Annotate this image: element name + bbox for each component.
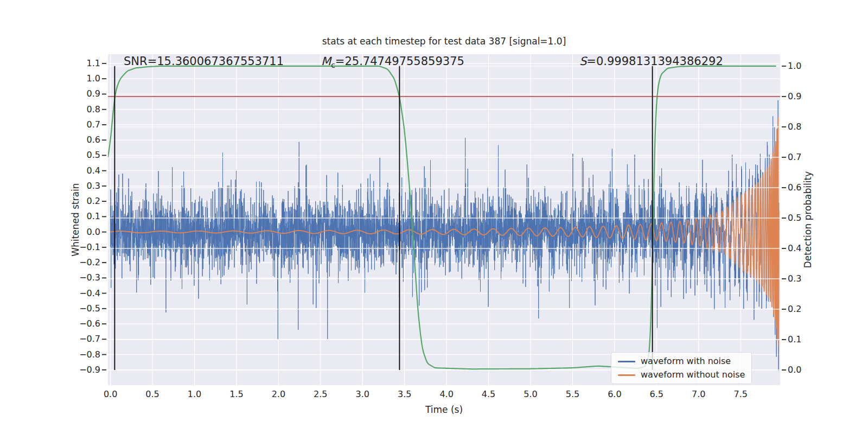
figure-title: stats at each timestep for test data 387…: [108, 36, 780, 47]
y-axis-label-right: Detection probability: [802, 171, 813, 269]
legend-line-sample-orange: [618, 374, 635, 376]
annotation-s-value: =0.9998131394386292: [586, 55, 723, 68]
x-tick: 4.5: [476, 389, 502, 400]
y-tick-right: 0.3: [788, 273, 801, 284]
y-tick-left: −0.7: [68, 334, 100, 344]
annotation-s-symbol: S: [579, 55, 586, 68]
legend-line-sample-blue: [618, 361, 635, 362]
y-tick-left: −0.2: [68, 257, 100, 268]
y-tick-right: 0.9: [788, 91, 801, 102]
y-tick-right: 0.6: [788, 182, 801, 193]
annotation-mc-subscript: c: [331, 61, 335, 69]
annotation-snr-value: =15.360067367553711: [148, 55, 284, 68]
y-tick-right: 0.7: [788, 152, 801, 163]
x-tick: 5.5: [559, 389, 585, 400]
y-tick-left: 0.1: [68, 211, 100, 222]
legend: waveform with noise waveform without noi…: [611, 352, 752, 384]
y-tick-left: 0.0: [68, 227, 100, 238]
y-tick-left: −0.5: [68, 303, 100, 314]
y-tick-left: 0.7: [68, 119, 100, 130]
y-tick-left: −0.9: [68, 365, 100, 375]
y-tick-right: 0.4: [788, 243, 801, 254]
y-tick-right: 0.1: [788, 334, 801, 345]
y-tick-left: 0.6: [68, 135, 100, 145]
y-tick-left: −0.3: [68, 272, 100, 283]
annotation-mc-value: =25.74749755859375: [335, 55, 464, 68]
y-tick-right: 0.2: [788, 304, 801, 315]
annotation-snr: SNR=15.360067367553711: [124, 55, 284, 68]
y-tick-right: 0.8: [788, 122, 801, 132]
y-tick-left: 0.4: [68, 165, 100, 176]
y-tick-left: 0.3: [68, 181, 100, 192]
y-tick-left: −0.1: [68, 242, 100, 253]
annotation-mc-symbol: M: [321, 55, 331, 68]
y-tick-right: 1.0: [788, 61, 801, 72]
y-tick-left: −0.8: [68, 349, 100, 360]
legend-item-waveform-without-noise: waveform without noise: [618, 369, 745, 380]
y-tick-left: −0.4: [68, 288, 100, 299]
y-tick-left: 0.8: [68, 104, 100, 115]
legend-label: waveform without noise: [641, 369, 745, 380]
x-tick: 0.0: [98, 389, 124, 400]
y-tick-left: 1.0: [68, 73, 100, 84]
y-tick-left: 0.9: [68, 88, 100, 99]
x-tick: 7.0: [686, 389, 712, 400]
x-tick: 1.0: [182, 389, 208, 400]
legend-label: waveform with noise: [641, 356, 731, 367]
x-tick: 3.0: [349, 389, 375, 400]
annotation-significance: S=0.9998131394386292: [579, 55, 723, 68]
legend-item-waveform-with-noise: waveform with noise: [618, 356, 745, 367]
x-tick: 1.5: [224, 389, 250, 400]
y-tick-right: 0.5: [788, 213, 801, 224]
figure-canvas: { "figure": { "title": "stats at each ti…: [0, 0, 868, 434]
y-tick-left: 0.2: [68, 196, 100, 207]
series-waveform-with-noise: [111, 100, 779, 371]
annotation-chirp-mass: Mc=25.74749755859375: [321, 55, 464, 69]
x-tick: 2.5: [308, 389, 334, 400]
x-tick: 3.5: [392, 389, 418, 400]
x-tick: 5.0: [518, 389, 544, 400]
y-tick-right: 0.0: [788, 365, 801, 375]
y-tick-left: 0.5: [68, 150, 100, 161]
x-axis-label: Time (s): [108, 404, 780, 415]
x-tick: 7.5: [727, 389, 754, 400]
y-tick-left: 1.1: [68, 58, 100, 69]
y-tick-left: −0.6: [68, 318, 100, 329]
x-tick: 0.5: [139, 389, 165, 400]
x-tick: 2.0: [265, 389, 291, 400]
annotation-snr-symbol: SNR: [124, 55, 148, 68]
x-tick: 6.5: [643, 389, 669, 400]
x-tick: 4.0: [433, 389, 459, 400]
gridlines-over: [108, 66, 780, 370]
x-tick: 6.0: [602, 389, 628, 400]
